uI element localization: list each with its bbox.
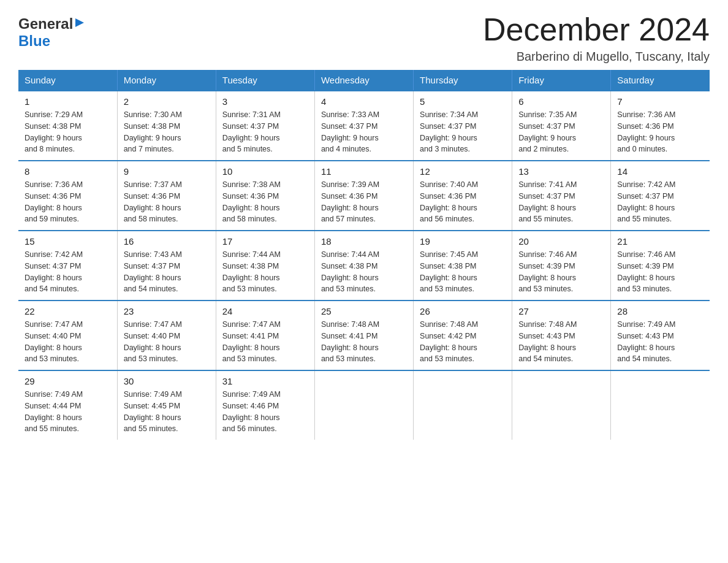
day-number: 31 — [222, 376, 308, 386]
day-number: 9 — [124, 166, 210, 177]
header-saturday: Saturday — [611, 70, 710, 91]
day-info: Sunrise: 7:38 AM Sunset: 4:36 PM Dayligh… — [222, 179, 308, 225]
header-tuesday: Tuesday — [216, 70, 314, 91]
calendar-cell: 28 Sunrise: 7:49 AM Sunset: 4:43 PM Dayl… — [611, 301, 710, 370]
week-row-2: 8 Sunrise: 7:36 AM Sunset: 4:36 PM Dayli… — [18, 161, 710, 231]
calendar-cell: 2 Sunrise: 7:30 AM Sunset: 4:38 PM Dayli… — [117, 91, 216, 161]
header-wednesday: Wednesday — [314, 70, 413, 91]
day-info: Sunrise: 7:46 AM Sunset: 4:39 PM Dayligh… — [617, 249, 703, 295]
day-number: 23 — [124, 306, 210, 316]
calendar-cell: 1 Sunrise: 7:29 AM Sunset: 4:38 PM Dayli… — [18, 91, 117, 161]
subtitle: Barberino di Mugello, Tuscany, Italy — [483, 50, 710, 64]
calendar-cell: 5 Sunrise: 7:34 AM Sunset: 4:37 PM Dayli… — [414, 91, 512, 161]
day-info: Sunrise: 7:48 AM Sunset: 4:42 PM Dayligh… — [420, 319, 506, 365]
calendar-cell: 20 Sunrise: 7:46 AM Sunset: 4:39 PM Dayl… — [512, 231, 611, 301]
day-number: 25 — [321, 306, 407, 316]
day-number: 11 — [321, 166, 407, 177]
day-number: 19 — [420, 236, 506, 247]
day-info: Sunrise: 7:47 AM Sunset: 4:40 PM Dayligh… — [124, 319, 210, 365]
day-number: 24 — [222, 306, 308, 316]
calendar-cell: 3 Sunrise: 7:31 AM Sunset: 4:37 PM Dayli… — [216, 91, 314, 161]
calendar-cell: 11 Sunrise: 7:39 AM Sunset: 4:36 PM Dayl… — [314, 161, 413, 231]
day-number: 13 — [518, 166, 604, 177]
day-info: Sunrise: 7:47 AM Sunset: 4:41 PM Dayligh… — [222, 319, 308, 365]
header-monday: Monday — [117, 70, 216, 91]
day-number: 7 — [617, 96, 703, 107]
calendar-cell: 25 Sunrise: 7:48 AM Sunset: 4:41 PM Dayl… — [314, 301, 413, 370]
calendar-cell: 4 Sunrise: 7:33 AM Sunset: 4:37 PM Dayli… — [314, 91, 413, 161]
day-number: 28 — [617, 306, 703, 316]
day-info: Sunrise: 7:49 AM Sunset: 4:45 PM Dayligh… — [124, 389, 210, 435]
header-friday: Friday — [512, 70, 611, 91]
day-number: 2 — [124, 96, 210, 107]
calendar-cell: 8 Sunrise: 7:36 AM Sunset: 4:36 PM Dayli… — [18, 161, 117, 231]
day-number: 14 — [617, 166, 703, 177]
day-number: 26 — [420, 306, 506, 316]
day-info: Sunrise: 7:47 AM Sunset: 4:40 PM Dayligh… — [25, 319, 111, 365]
calendar-cell: 23 Sunrise: 7:47 AM Sunset: 4:40 PM Dayl… — [117, 301, 216, 370]
day-info: Sunrise: 7:46 AM Sunset: 4:39 PM Dayligh… — [518, 249, 604, 295]
calendar-cell: 31 Sunrise: 7:49 AM Sunset: 4:46 PM Dayl… — [216, 370, 314, 440]
week-row-5: 29 Sunrise: 7:49 AM Sunset: 4:44 PM Dayl… — [18, 370, 710, 440]
day-info: Sunrise: 7:44 AM Sunset: 4:38 PM Dayligh… — [222, 249, 308, 295]
day-info: Sunrise: 7:40 AM Sunset: 4:36 PM Dayligh… — [420, 179, 506, 225]
day-info: Sunrise: 7:42 AM Sunset: 4:37 PM Dayligh… — [25, 249, 111, 295]
day-info: Sunrise: 7:49 AM Sunset: 4:43 PM Dayligh… — [617, 319, 703, 365]
calendar-cell: 24 Sunrise: 7:47 AM Sunset: 4:41 PM Dayl… — [216, 301, 314, 370]
calendar-cell — [414, 370, 512, 440]
day-number: 16 — [124, 236, 210, 247]
day-number: 5 — [420, 96, 506, 107]
calendar-cell: 6 Sunrise: 7:35 AM Sunset: 4:37 PM Dayli… — [512, 91, 611, 161]
day-info: Sunrise: 7:29 AM Sunset: 4:38 PM Dayligh… — [25, 109, 111, 155]
day-number: 21 — [617, 236, 703, 247]
calendar-cell: 13 Sunrise: 7:41 AM Sunset: 4:37 PM Dayl… — [512, 161, 611, 231]
day-info: Sunrise: 7:36 AM Sunset: 4:36 PM Dayligh… — [617, 109, 703, 155]
main-title: December 2024 — [483, 12, 710, 47]
calendar-header-row: SundayMondayTuesdayWednesdayThursdayFrid… — [18, 70, 710, 91]
day-info: Sunrise: 7:49 AM Sunset: 4:46 PM Dayligh… — [222, 389, 308, 435]
calendar-cell: 18 Sunrise: 7:44 AM Sunset: 4:38 PM Dayl… — [314, 231, 413, 301]
day-number: 3 — [222, 96, 308, 107]
day-number: 6 — [518, 96, 604, 107]
day-number: 20 — [518, 236, 604, 247]
day-info: Sunrise: 7:34 AM Sunset: 4:37 PM Dayligh… — [420, 109, 506, 155]
calendar-cell — [314, 370, 413, 440]
day-info: Sunrise: 7:45 AM Sunset: 4:38 PM Dayligh… — [420, 249, 506, 295]
day-info: Sunrise: 7:48 AM Sunset: 4:41 PM Dayligh… — [321, 319, 407, 365]
day-info: Sunrise: 7:31 AM Sunset: 4:37 PM Dayligh… — [222, 109, 308, 155]
day-info: Sunrise: 7:35 AM Sunset: 4:37 PM Dayligh… — [518, 109, 604, 155]
calendar-cell: 16 Sunrise: 7:43 AM Sunset: 4:37 PM Dayl… — [117, 231, 216, 301]
logo-arrow-icon — [74, 17, 85, 31]
day-info: Sunrise: 7:36 AM Sunset: 4:36 PM Dayligh… — [25, 179, 111, 225]
day-info: Sunrise: 7:33 AM Sunset: 4:37 PM Dayligh… — [321, 109, 407, 155]
day-number: 4 — [321, 96, 407, 107]
day-number: 8 — [25, 166, 111, 177]
day-number: 18 — [321, 236, 407, 247]
day-info: Sunrise: 7:49 AM Sunset: 4:44 PM Dayligh… — [25, 389, 111, 435]
svg-marker-0 — [75, 18, 84, 27]
calendar-cell: 22 Sunrise: 7:47 AM Sunset: 4:40 PM Dayl… — [18, 301, 117, 370]
day-number: 17 — [222, 236, 308, 247]
header-sunday: Sunday — [18, 70, 117, 91]
day-number: 29 — [25, 376, 111, 386]
day-number: 30 — [124, 376, 210, 386]
logo: General Blue — [18, 12, 85, 50]
day-info: Sunrise: 7:44 AM Sunset: 4:38 PM Dayligh… — [321, 249, 407, 295]
calendar-cell: 15 Sunrise: 7:42 AM Sunset: 4:37 PM Dayl… — [18, 231, 117, 301]
calendar-cell — [512, 370, 611, 440]
calendar-cell: 26 Sunrise: 7:48 AM Sunset: 4:42 PM Dayl… — [414, 301, 512, 370]
day-info: Sunrise: 7:37 AM Sunset: 4:36 PM Dayligh… — [124, 179, 210, 225]
calendar-cell: 10 Sunrise: 7:38 AM Sunset: 4:36 PM Dayl… — [216, 161, 314, 231]
day-info: Sunrise: 7:43 AM Sunset: 4:37 PM Dayligh… — [124, 249, 210, 295]
calendar-cell: 27 Sunrise: 7:48 AM Sunset: 4:43 PM Dayl… — [512, 301, 611, 370]
calendar-cell: 19 Sunrise: 7:45 AM Sunset: 4:38 PM Dayl… — [414, 231, 512, 301]
week-row-3: 15 Sunrise: 7:42 AM Sunset: 4:37 PM Dayl… — [18, 231, 710, 301]
day-info: Sunrise: 7:41 AM Sunset: 4:37 PM Dayligh… — [518, 179, 604, 225]
day-number: 12 — [420, 166, 506, 177]
day-info: Sunrise: 7:42 AM Sunset: 4:37 PM Dayligh… — [617, 179, 703, 225]
week-row-1: 1 Sunrise: 7:29 AM Sunset: 4:38 PM Dayli… — [18, 91, 710, 161]
calendar-cell: 17 Sunrise: 7:44 AM Sunset: 4:38 PM Dayl… — [216, 231, 314, 301]
calendar-cell: 12 Sunrise: 7:40 AM Sunset: 4:36 PM Dayl… — [414, 161, 512, 231]
calendar-cell: 14 Sunrise: 7:42 AM Sunset: 4:37 PM Dayl… — [611, 161, 710, 231]
day-number: 15 — [25, 236, 111, 247]
